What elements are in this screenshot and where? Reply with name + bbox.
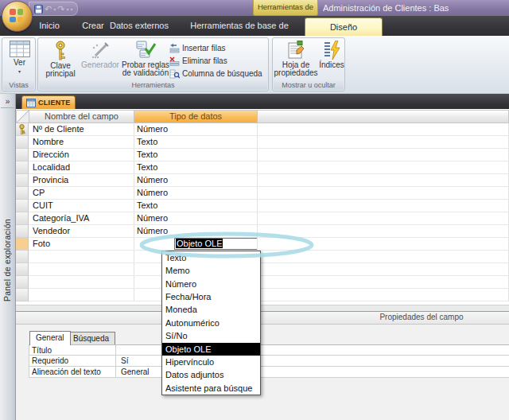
dropdown-option[interactable]: Texto bbox=[162, 251, 260, 264]
row-selector[interactable] bbox=[16, 136, 29, 149]
insertar-filas-label: Insertar filas bbox=[182, 44, 225, 52]
hoja-propiedades-button[interactable]: Hoja de propiedades bbox=[274, 41, 317, 77]
row-selector[interactable] bbox=[16, 161, 29, 174]
dropdown-option[interactable]: Moneda bbox=[162, 303, 260, 316]
data-type-combobox[interactable]: Objeto OLE▼ bbox=[174, 238, 258, 250]
field-name-cell[interactable]: Nº de Cliente bbox=[29, 123, 134, 136]
description-cell[interactable] bbox=[257, 136, 509, 149]
description-cell[interactable] bbox=[257, 251, 509, 263]
grid-corner-header[interactable] bbox=[16, 110, 29, 123]
tab-herramientas-bd[interactable]: Herramientas de base de datos bbox=[180, 16, 299, 36]
row-selector[interactable] bbox=[16, 238, 29, 251]
row-selector[interactable] bbox=[16, 149, 29, 161]
data-type-cell[interactable]: Número bbox=[134, 187, 258, 200]
row-selector[interactable] bbox=[16, 276, 29, 289]
property-tab-general[interactable]: General bbox=[29, 331, 71, 345]
data-type-cell[interactable]: Número bbox=[134, 225, 258, 238]
data-type-cell[interactable]: Texto bbox=[134, 149, 258, 161]
row-selector[interactable] bbox=[16, 289, 29, 301]
description-cell[interactable] bbox=[257, 212, 509, 225]
data-type-cell[interactable]: Texto bbox=[134, 161, 258, 174]
description-cell[interactable] bbox=[257, 174, 509, 187]
row-selector[interactable] bbox=[16, 200, 29, 212]
insertar-filas-button[interactable]: Insertar filas bbox=[169, 42, 225, 54]
description-cell[interactable] bbox=[257, 123, 509, 136]
field-name-cell[interactable]: CUIT bbox=[29, 200, 134, 212]
field-name-cell[interactable]: Foto bbox=[29, 238, 134, 251]
data-type-cell[interactable]: Texto bbox=[134, 200, 258, 212]
field-name-cell[interactable] bbox=[29, 251, 134, 263]
save-icon[interactable] bbox=[34, 5, 43, 14]
primary-key-icon bbox=[18, 124, 25, 134]
data-type-cell[interactable]: Número bbox=[134, 212, 258, 225]
combo-text-field[interactable]: Objeto OLE bbox=[175, 239, 258, 249]
dropdown-option[interactable]: Asistente para búsque bbox=[162, 382, 260, 395]
field-name-cell[interactable]: Provincia bbox=[29, 174, 134, 187]
field-name-cell[interactable] bbox=[29, 276, 134, 289]
data-type-cell[interactable]: Objeto OLE▼ bbox=[134, 238, 258, 251]
description-cell[interactable] bbox=[257, 238, 509, 251]
row-selector[interactable] bbox=[16, 187, 29, 200]
data-type-cell[interactable]: Texto bbox=[134, 136, 258, 149]
field-name-cell[interactable] bbox=[29, 289, 134, 301]
redo-icon[interactable]: ↷ bbox=[57, 3, 64, 14]
undo-icon[interactable]: ↶ bbox=[45, 3, 52, 14]
description-cell[interactable] bbox=[257, 276, 509, 289]
dropdown-option[interactable]: Número bbox=[162, 278, 260, 290]
qat-customize-icon[interactable]: ▾ bbox=[70, 6, 72, 12]
dropdown-option[interactable]: Datos adjuntos bbox=[162, 368, 260, 381]
dropdown-option[interactable]: Objeto OLE bbox=[162, 343, 260, 356]
office-button[interactable] bbox=[2, 1, 33, 32]
description-cell[interactable] bbox=[257, 263, 509, 276]
tab-crear[interactable]: Crear bbox=[76, 16, 110, 36]
column-header-tipo-de-datos[interactable]: Tipo de datos bbox=[134, 110, 258, 123]
dropdown-option[interactable]: Memo bbox=[162, 264, 260, 277]
field-name-cell[interactable] bbox=[29, 263, 134, 276]
field-name-cell[interactable]: CP bbox=[29, 187, 134, 200]
dropdown-option[interactable]: Fecha/Hora bbox=[162, 290, 260, 303]
dropdown-option[interactable]: Autonumérico bbox=[162, 317, 260, 329]
tab-inicio[interactable]: Inicio bbox=[32, 16, 67, 36]
property-tab-busqueda[interactable]: Búsqueda bbox=[67, 332, 115, 344]
description-cell[interactable] bbox=[257, 200, 509, 212]
row-selector[interactable] bbox=[16, 123, 29, 136]
description-cell[interactable] bbox=[257, 149, 509, 161]
generador-button[interactable]: Generador bbox=[81, 41, 119, 69]
column-header-nombre-del-campo[interactable]: Nombre del campo bbox=[29, 110, 134, 123]
field-name-cell[interactable]: Nombre bbox=[29, 136, 134, 149]
data-type-cell[interactable]: Número bbox=[134, 174, 258, 187]
eliminar-filas-button[interactable]: Eliminar filas bbox=[169, 55, 227, 67]
field-row: LocalidadTexto bbox=[16, 161, 509, 174]
tab-diseno-active[interactable]: Diseño bbox=[305, 18, 383, 36]
row-selector[interactable] bbox=[16, 251, 29, 263]
property-row: Título bbox=[29, 344, 509, 356]
column-header-descripcion[interactable] bbox=[257, 110, 509, 123]
field-name-cell[interactable]: Vendedor bbox=[29, 225, 134, 238]
description-cell[interactable] bbox=[257, 161, 509, 174]
probar-reglas-button[interactable]: Probar reglas de validación bbox=[121, 41, 170, 77]
row-selector[interactable] bbox=[16, 212, 29, 225]
nav-pane-expand-button[interactable]: » bbox=[1, 95, 14, 108]
field-name-cell[interactable]: Localidad bbox=[29, 161, 134, 174]
lookup-column-icon bbox=[169, 69, 180, 79]
columna-busqueda-button[interactable]: Columna de búsqueda bbox=[169, 68, 262, 80]
dropdown-option[interactable]: Hipervínculo bbox=[162, 356, 260, 368]
description-cell[interactable] bbox=[257, 289, 509, 301]
field-name-cell[interactable]: Dirección bbox=[29, 149, 134, 161]
document-tab-cliente[interactable]: CLIENTE bbox=[21, 95, 76, 109]
dropdown-option[interactable]: Sí/No bbox=[162, 329, 260, 342]
row-selector[interactable] bbox=[16, 225, 29, 238]
data-type-cell[interactable]: Número bbox=[134, 123, 258, 136]
description-cell[interactable] bbox=[257, 225, 509, 238]
indices-button[interactable]: Índices bbox=[319, 41, 344, 69]
redo-caret-icon[interactable]: ▾ bbox=[66, 6, 68, 12]
ver-button[interactable]: Ver ▾ bbox=[6, 41, 33, 76]
description-cell[interactable] bbox=[257, 187, 509, 200]
clave-principal-button[interactable]: Clave principal bbox=[41, 41, 80, 78]
tab-datos-externos[interactable]: Datos externos bbox=[107, 16, 172, 36]
row-selector[interactable] bbox=[16, 174, 29, 187]
field-name-cell[interactable]: Categoría_IVA bbox=[29, 212, 134, 225]
nav-pane-label[interactable]: Panel de exploración bbox=[2, 219, 12, 301]
row-selector[interactable] bbox=[16, 263, 29, 276]
undo-caret-icon[interactable]: ▾ bbox=[53, 6, 56, 12]
